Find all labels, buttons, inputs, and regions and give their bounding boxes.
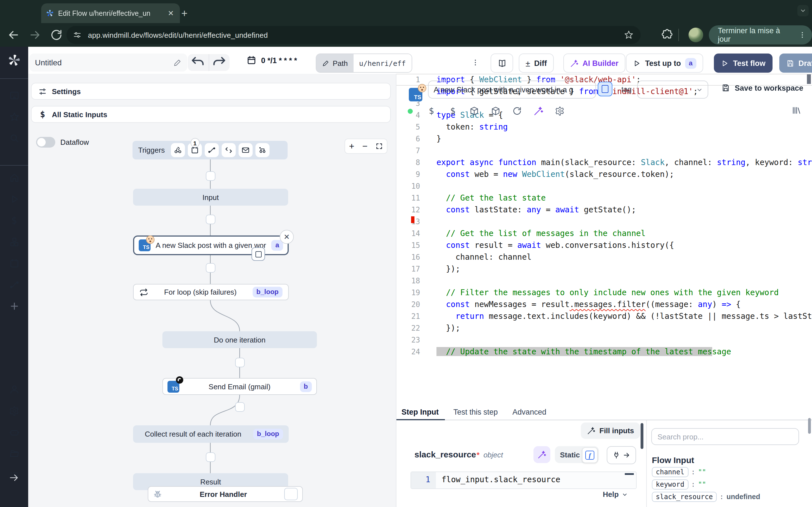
script-title-input[interactable]: A new Slack post with a given word in a … [428,80,596,99]
error-handler-node[interactable]: Error Handler [148,486,303,502]
input-node[interactable]: Input [133,189,288,206]
browser-update-button[interactable]: Terminer la mise à jour [709,25,812,45]
prop-pill[interactable]: slack_resource [652,492,717,502]
sidebar-item-variables[interactable]: $ [0,210,28,231]
test-up-to-button[interactable]: Test up to a [626,54,703,73]
status-dot-icon[interactable] [405,106,415,116]
docs-button[interactable] [491,54,513,73]
sidebar-item-schedules[interactable] [0,252,28,274]
search-prop-input[interactable]: Search prop... [651,428,799,445]
ai-builder-button[interactable]: AI Builder [563,54,625,73]
dollar-icon[interactable]: $ [426,106,437,116]
trigger-kafka-chip[interactable] [255,143,269,157]
sidebar-item-workspace[interactable] [0,84,28,106]
panel-scrollbar[interactable] [641,423,644,449]
test-flow-button[interactable]: Test flow [714,54,772,73]
tab-search-icon[interactable] [797,5,809,16]
flow-input-prop-slack_resource[interactable]: slack_resource:undefined [652,492,760,502]
send-email-node[interactable]: TS Send Email (gmail) b [162,378,317,395]
redo-icon[interactable] [209,54,230,71]
library-icon[interactable] [791,105,801,115]
sidebar-item-workers[interactable] [0,421,28,443]
prop-pill[interactable]: keyword [652,480,688,490]
omnibox[interactable]: app.windmill.dev/flows/edit/u/henri/effe… [66,26,641,44]
add-step-icon[interactable] [206,452,215,462]
add-step-icon[interactable] [206,171,215,181]
new-tab-button[interactable]: + [177,7,191,20]
trigger-email-chip[interactable] [239,143,253,157]
bookmark-star-icon[interactable] [624,30,634,40]
package-icon[interactable] [469,106,479,116]
dollar-icon[interactable]: $ [448,106,458,116]
path-value[interactable]: u/henri/eff [354,54,412,72]
static-expr-toggle[interactable]: Static f [555,446,599,463]
sidebar-item-users[interactable] [0,379,28,400]
diff-button[interactable]: ± Diff [519,54,553,73]
path-editor[interactable]: Path u/henri/eff [316,54,412,73]
browser-menu-icon[interactable] [799,31,806,40]
sidebar-item-search[interactable] [0,127,28,149]
rail-collapse-icon[interactable] [8,472,20,483]
help-link[interactable]: Help [603,490,628,499]
connect-input-button[interactable] [607,446,636,464]
draft-button[interactable]: Draft [779,54,812,73]
flow-name-input[interactable]: Untitled [29,54,187,71]
tab-test-this-step[interactable]: Test this step [453,408,498,416]
save-to-workspace-button[interactable]: Save to workspace [721,83,803,93]
sidebar-item-resources[interactable] [0,231,28,252]
add-error-handler-icon[interactable] [284,488,298,500]
expand-editor-button[interactable] [598,82,612,96]
panel-scrollbar[interactable] [808,418,811,434]
trigger-route-chip[interactable] [205,143,219,157]
remove-step-icon[interactable]: ✕ [280,230,294,244]
schedule-summary[interactable]: 0 */1 * * * * [246,55,297,65]
stop-after-icon[interactable] [252,247,265,261]
back-icon[interactable] [7,28,20,42]
slack-script-node[interactable]: TS A new Slack post with a given wor... … [133,235,289,255]
reload-icon[interactable] [50,28,63,42]
gear-icon[interactable] [555,106,565,116]
refresh-icon[interactable] [512,106,522,116]
tab-advanced[interactable]: Advanced [513,408,546,416]
trigger-webhook-chip[interactable] [171,143,185,157]
javascript-expr-icon[interactable]: f [582,447,598,463]
add-step-icon[interactable] [206,263,215,273]
undo-icon[interactable] [188,54,208,71]
extensions-icon[interactable] [661,28,673,41]
fill-inputs-button[interactable]: Fill inputs [581,422,640,439]
avatar[interactable] [689,27,703,42]
sidebar-item-favorites[interactable] [0,106,28,127]
ai-fill-chip[interactable] [534,446,550,463]
more-menu-icon[interactable] [471,55,479,70]
wand-icon[interactable] [534,106,544,116]
expression-editor[interactable]: 1 flow_input.slack_resource [410,471,637,489]
browser-tab[interactable]: Edit Flow u/henri/effective_un ✕ [41,3,180,23]
site-info-icon[interactable] [70,27,85,42]
path-label-segment[interactable]: Path [316,54,354,72]
sidebar-item-folders[interactable] [0,443,28,464]
collect-node[interactable]: Collect result of each iteration b_loop [133,425,289,443]
prop-pill[interactable]: channel [652,467,688,477]
triggers-node[interactable]: Triggers 1 [133,141,288,159]
flow-input-prop-channel[interactable]: channel:"" [652,467,760,477]
sidebar-item-settings[interactable] [0,400,28,421]
trigger-schedule-chip[interactable]: 1 [188,143,202,157]
flow-input-prop-keyword[interactable]: keyword:"" [652,480,760,490]
add-step-icon[interactable] [235,402,245,412]
sidebar-item-runs[interactable] [0,188,28,210]
sidebar-item-home[interactable] [0,167,28,188]
add-step-icon[interactable] [235,358,245,367]
sidebar-item-add[interactable] [0,295,28,317]
windmill-logo[interactable] [7,54,21,67]
sidebar-item-routes[interactable] [0,274,28,295]
package-icon[interactable] [491,106,501,116]
tab-close-icon[interactable]: ✕ [166,9,175,18]
forloop-node[interactable]: For loop (skip failures) b_loop [133,284,289,300]
trigger-websocket-chip[interactable] [221,143,236,157]
tag-select[interactable] [637,80,708,99]
add-step-icon[interactable] [206,215,215,224]
forward-icon[interactable] [28,28,42,42]
tab-step-input[interactable]: Step Input [402,408,439,416]
editor-scrollbar[interactable] [807,74,811,84]
do-one-iteration-node[interactable]: Do one iteration [162,331,317,348]
